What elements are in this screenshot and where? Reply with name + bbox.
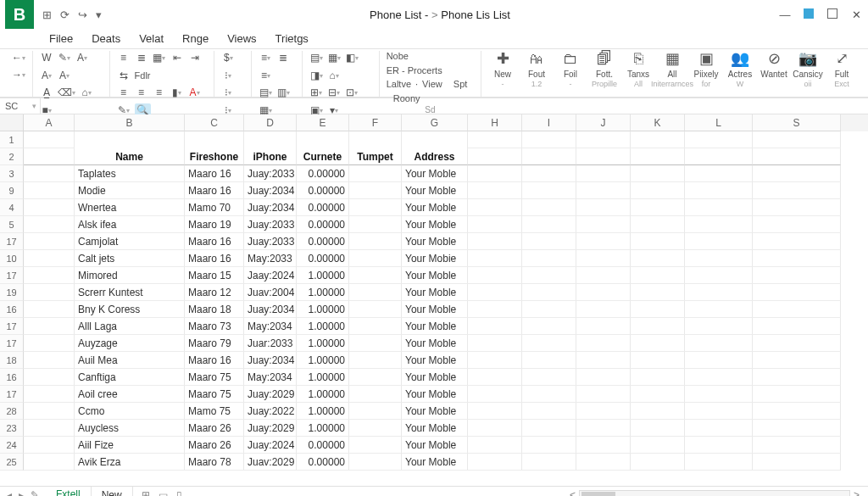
- cell[interactable]: [576, 369, 631, 386]
- select-all-corner[interactable]: [0, 114, 24, 131]
- menu-deats[interactable]: Deats: [92, 32, 120, 45]
- cell[interactable]: [468, 131, 522, 148]
- cell[interactable]: Maaro 78: [185, 454, 244, 471]
- cell[interactable]: [522, 199, 576, 216]
- cell[interactable]: [631, 403, 685, 420]
- cell[interactable]: Alsk ifea: [75, 216, 185, 233]
- cell[interactable]: 0.00000: [297, 250, 349, 267]
- cell[interactable]: [753, 454, 841, 471]
- cell[interactable]: Taplates: [75, 165, 185, 182]
- cell[interactable]: 1.00000: [297, 267, 349, 284]
- column-header-J[interactable]: J: [576, 114, 631, 131]
- clear-button[interactable]: ◨: [309, 69, 323, 82]
- tab-prev-icon[interactable]: ◂: [7, 489, 12, 497]
- cell[interactable]: [24, 131, 75, 148]
- column-header-H[interactable]: H: [468, 114, 522, 131]
- cell[interactable]: [522, 318, 576, 335]
- cell[interactable]: [685, 131, 753, 148]
- row-header[interactable]: 3: [0, 165, 24, 182]
- column-header-K[interactable]: K: [631, 114, 685, 131]
- cell[interactable]: [349, 267, 402, 284]
- cell[interactable]: [576, 403, 631, 420]
- qat-more-icon[interactable]: ▾: [96, 8, 102, 21]
- cf2-button[interactable]: ⊟: [327, 86, 341, 99]
- cell[interactable]: [24, 233, 75, 250]
- row-header[interactable]: 17: [0, 318, 24, 335]
- fill-color-button[interactable]: ▮: [170, 86, 184, 99]
- cell[interactable]: [349, 437, 402, 454]
- cell[interactable]: Curnete: [297, 148, 349, 165]
- percent-button[interactable]: ⁝: [221, 86, 235, 99]
- cell[interactable]: Mamo 70: [185, 199, 244, 216]
- cell[interactable]: Your Moble: [402, 216, 468, 233]
- cell[interactable]: [631, 199, 685, 216]
- cell[interactable]: Camjolat: [75, 233, 185, 250]
- qat-grid-icon[interactable]: ⊞: [42, 8, 52, 21]
- cell[interactable]: [631, 165, 685, 182]
- redo-button[interactable]: →: [12, 68, 25, 81]
- cell[interactable]: 1.00000: [297, 301, 349, 318]
- cell[interactable]: [576, 216, 631, 233]
- cell[interactable]: [576, 454, 631, 471]
- cell[interactable]: Wnertea: [75, 199, 185, 216]
- decrease-decimal-button[interactable]: A̲: [40, 86, 53, 99]
- sheet-tab-fxtell[interactable]: Fxtell: [46, 487, 92, 496]
- cell[interactable]: [468, 352, 522, 369]
- cell[interactable]: [468, 250, 522, 267]
- cell[interactable]: [349, 301, 402, 318]
- window-accent-button[interactable]: [802, 8, 815, 21]
- cell[interactable]: [631, 420, 685, 437]
- cell[interactable]: [349, 403, 402, 420]
- cell[interactable]: [685, 301, 753, 318]
- cell[interactable]: [753, 131, 841, 148]
- cell[interactable]: [685, 233, 753, 250]
- cell[interactable]: Ccmo: [75, 403, 185, 420]
- layout-icon[interactable]: ⊞: [142, 489, 150, 497]
- cell[interactable]: [753, 233, 841, 250]
- mode-view[interactable]: View: [422, 79, 442, 89]
- cell[interactable]: [522, 386, 576, 403]
- cell[interactable]: May:2034: [244, 369, 297, 386]
- ribbon-all-button[interactable]: ▦AllIniterrarnces: [658, 51, 687, 89]
- ribbon-fott--button[interactable]: 🗐Fott.Propille: [590, 51, 619, 89]
- cell[interactable]: [24, 335, 75, 352]
- row-header[interactable]: 25: [0, 454, 24, 471]
- cell[interactable]: [685, 216, 753, 233]
- cell[interactable]: 0.00000: [297, 233, 349, 250]
- cell[interactable]: Juay:2033: [244, 233, 297, 250]
- cell[interactable]: Your Moble: [402, 233, 468, 250]
- cell[interactable]: [349, 182, 402, 199]
- cell[interactable]: Your Moble: [402, 420, 468, 437]
- cell[interactable]: [753, 369, 841, 386]
- cell[interactable]: Juay:2029: [244, 386, 297, 403]
- format-cells-button[interactable]: ≡: [259, 69, 272, 82]
- cell[interactable]: [349, 199, 402, 216]
- cell[interactable]: [468, 301, 522, 318]
- cell[interactable]: Maaro 16: [185, 165, 244, 182]
- cell[interactable]: [576, 199, 631, 216]
- cell[interactable]: Juay:2034: [244, 182, 297, 199]
- cf1-button[interactable]: ⊞: [309, 86, 323, 99]
- cell[interactable]: [576, 386, 631, 403]
- cell[interactable]: Maaro 18: [185, 301, 244, 318]
- row-header[interactable]: 17: [0, 267, 24, 284]
- formula-bar[interactable]: [41, 98, 868, 114]
- cell[interactable]: [631, 386, 685, 403]
- cell[interactable]: 1.00000: [297, 386, 349, 403]
- column-header-B[interactable]: B: [75, 114, 185, 131]
- cell[interactable]: Juay:2022: [244, 403, 297, 420]
- window-minimize-button[interactable]: —: [778, 8, 792, 21]
- cell[interactable]: [576, 131, 631, 148]
- cell[interactable]: [631, 318, 685, 335]
- cell[interactable]: [522, 420, 576, 437]
- cell[interactable]: Your Moble: [402, 301, 468, 318]
- cell[interactable]: [685, 403, 753, 420]
- cell[interactable]: [685, 369, 753, 386]
- cell[interactable]: [522, 437, 576, 454]
- cell[interactable]: [631, 131, 685, 148]
- cell[interactable]: [24, 148, 75, 165]
- hscroll-right-icon[interactable]: >: [850, 489, 863, 497]
- cell[interactable]: [631, 454, 685, 471]
- cell[interactable]: Your Moble: [402, 386, 468, 403]
- cell[interactable]: [522, 233, 576, 250]
